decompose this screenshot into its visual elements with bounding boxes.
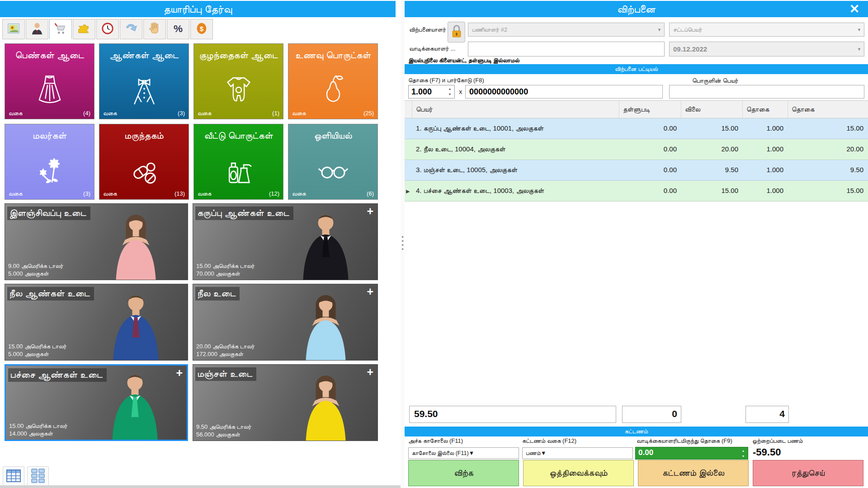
sale-list-header: விற்பனை பட்டியல் — [405, 64, 868, 74]
payment-header: கட்டணம் — [405, 427, 868, 436]
amount-from-customer-input[interactable] — [636, 447, 726, 458]
returns-button[interactable] — [120, 19, 142, 39]
product-title: நீல ஆண்கள் உடை — [7, 287, 94, 300]
add-to-cart-plus-button[interactable]: + — [367, 366, 373, 379]
product-stock: 14.000 அலகுகள் — [9, 430, 53, 437]
category-tile-8[interactable]: ஒளியியல்வகை(6) — [288, 124, 378, 200]
no-payment-button[interactable]: கட்டணம் இல்லை — [638, 460, 749, 486]
row-amount: 20.00 — [788, 139, 868, 160]
quantity-spinner[interactable]: ▲ ▼ — [447, 86, 453, 97]
col-header-price[interactable]: விலை — [681, 101, 743, 118]
product-price: 9.50 அமெரிக்க டாலர் — [196, 423, 251, 430]
category-label: மருந்தகம் — [122, 130, 166, 141]
print-check-select[interactable]: காசோலை இல்லை (F11) ▼ — [408, 447, 519, 459]
seller-select[interactable]: பணியாளர் #2 ▼ — [468, 23, 665, 37]
svg-text:%: % — [174, 23, 183, 34]
chevron-down-icon: ▼ — [469, 450, 474, 456]
hold-sale-button[interactable]: ஒத்திவைக்கவும் — [523, 460, 634, 486]
chevron-down-icon: ▼ — [857, 47, 861, 52]
total-discount-box: 0 — [622, 406, 681, 423]
product-tile-2[interactable]: கருப்பு ஆண்கள் உடை+15.00 அமெரிக்க டாலர்7… — [193, 203, 378, 280]
category-tile-3[interactable]: குழந்தைகள் ஆடைவகை(1) — [193, 43, 283, 119]
payment-type-select[interactable]: பணம் ▼ — [522, 447, 633, 459]
close-button[interactable]: ✕ — [845, 1, 863, 17]
cart-button[interactable] — [49, 19, 72, 39]
grid-view-button[interactable] — [27, 466, 49, 487]
panel-splitter[interactable]: •••• — [401, 0, 405, 488]
category-tile-1[interactable]: பெண்கள் ஆடைவகை(4) — [5, 43, 94, 119]
cancel-button[interactable]: ரத்துசெய் — [753, 460, 863, 486]
left-toolbar: %$ — [2, 19, 214, 39]
table-view-button[interactable] — [3, 466, 24, 487]
category-kind-label: வகை — [198, 110, 212, 117]
product-tile-5[interactable]: பச்சை ஆண்கள் உடை+15.00 அமெரிக்க டாலர்14.… — [5, 364, 188, 441]
amount-spinner[interactable]: ▲ ▼ — [740, 448, 746, 459]
add-to-cart-plus-button[interactable]: + — [367, 205, 373, 218]
payment-type-label: கட்டணம் வகை (F12) — [522, 437, 576, 445]
sale-items-table: பெயர் தள்ளுபடி விலை தொகை தொகை 1. கருப்பு… — [405, 100, 868, 202]
category-kind-label: வகை — [9, 110, 23, 117]
customer-input[interactable] — [468, 42, 665, 56]
lock-button[interactable] — [448, 22, 465, 42]
payments-button[interactable]: $ — [190, 19, 213, 39]
col-header-name[interactable]: பெயர் — [412, 101, 619, 118]
category-tile-4[interactable]: உணவு பொருட்கள்வகை(25) — [288, 43, 378, 119]
plugins-button[interactable] — [73, 19, 95, 39]
category-count: (6) — [367, 190, 374, 197]
category-tile-7[interactable]: வீட்டு பொருட்கள்வகை(12) — [193, 124, 283, 200]
legal-name-select[interactable]: சட்டப்பெயர் ▼ — [669, 23, 864, 37]
add-to-cart-plus-button[interactable]: + — [176, 366, 183, 380]
spinner-up-icon: ▲ — [448, 86, 452, 92]
col-header-discount[interactable]: தள்ளுபடி — [619, 101, 681, 118]
product-stock: 5.000 அலகுகள் — [8, 270, 49, 277]
category-tile-6[interactable]: மருந்தகம்வகை(13) — [99, 124, 189, 200]
product-grid: இளஞ்சிவப்பு உடை9.00 அமெரிக்க டாலர்5.000 … — [5, 203, 378, 441]
default-client-note: இயல்புநிலை கிளையன்ட், தள்ளுபடி இல்லாமல் — [408, 57, 519, 64]
hold-button[interactable] — [143, 19, 166, 39]
col-header-amount[interactable]: தொகை — [788, 101, 868, 118]
product-price: 20.00 அமெரிக்க டாலர் — [196, 343, 255, 350]
sell-button[interactable]: விற்க — [408, 460, 519, 486]
row-qty: 1.000 — [743, 181, 788, 201]
svg-text:$: $ — [200, 24, 204, 32]
sale-row-3[interactable]: 3. மஞ்சள் உடை, 10005, அலகுகள்0.009.501.0… — [405, 160, 868, 181]
sale-row-2[interactable]: 2. நீல உடை, 10004, அலகுகள்0.0020.001.000… — [405, 139, 868, 160]
sale-row-1[interactable]: 1. கருப்பு ஆண்கள் உடை, 10001, அலகுகள்0.0… — [405, 118, 868, 139]
product-name-input[interactable] — [669, 85, 864, 99]
product-tile-6[interactable]: மஞ்சள் உடை+9.50 அமெரிக்க டாலர்56.000 அலக… — [193, 364, 378, 441]
product-title: கருப்பு ஆண்கள் உடை — [195, 206, 293, 220]
barcode-input[interactable] — [465, 85, 663, 99]
category-tile-5[interactable]: மலர்கள்வகை(3) — [5, 124, 94, 200]
quantity-stepper[interactable]: ▲ ▼ — [408, 85, 455, 99]
product-tile-3[interactable]: நீல ஆண்கள் உடை15.00 அமெரிக்க டாலர்5.000 … — [5, 284, 188, 361]
col-header-qty[interactable]: தொகை — [743, 101, 788, 118]
category-tile-2[interactable]: ஆண்கள் ஆடைவகை(3) — [99, 43, 189, 119]
sale-row-4[interactable]: ▶4. பச்சை ஆண்கள் உடை, 10003, அலகுகள்0.00… — [405, 181, 868, 202]
add-to-cart-plus-button[interactable]: + — [367, 285, 373, 298]
category-count: (13) — [175, 190, 185, 197]
product-photo — [284, 211, 368, 280]
category-kind-label: வகை — [9, 190, 23, 197]
category-count: (12) — [269, 190, 279, 197]
customers-button[interactable] — [26, 19, 48, 39]
sale-title-text: விற்பனை — [617, 3, 656, 15]
history-button[interactable] — [96, 19, 119, 39]
product-tile-1[interactable]: இளஞ்சிவப்பு உடை9.00 அமெரிக்க டாலர்5.000 … — [5, 203, 188, 280]
category-grid: பெண்கள் ஆடைவகை(4)ஆண்கள் ஆடைவகை(3)குழந்தை… — [5, 43, 378, 200]
category-count: (3) — [83, 190, 90, 197]
row-qty: 1.000 — [743, 118, 788, 139]
percent-icon: % — [171, 22, 185, 37]
customer-label: வாடிக்கையாளர் ... — [409, 45, 455, 52]
product-title: மஞ்சள் உடை — [195, 367, 256, 381]
products-with-images-button[interactable] — [2, 19, 25, 39]
splitter-handle-icon[interactable]: •••• — [401, 235, 404, 253]
product-tile-4[interactable]: நீல உடை+20.00 அமெரிக்க டாலர்172.000 அலகு… — [193, 284, 378, 361]
date-select[interactable]: 09.12.2022 ▼ — [669, 42, 864, 56]
category-label: மலர்கள் — [30, 130, 69, 141]
clock-icon — [101, 22, 114, 37]
amount-from-customer-stepper[interactable]: ▲ ▼ — [635, 447, 748, 460]
view-toggles — [3, 466, 49, 487]
discounts-button[interactable]: % — [167, 19, 189, 39]
quantity-input[interactable] — [409, 85, 443, 98]
amount-from-customer-label: வாடிக்கையாளரிடமிருந்து தொகை (F9) — [637, 437, 732, 445]
